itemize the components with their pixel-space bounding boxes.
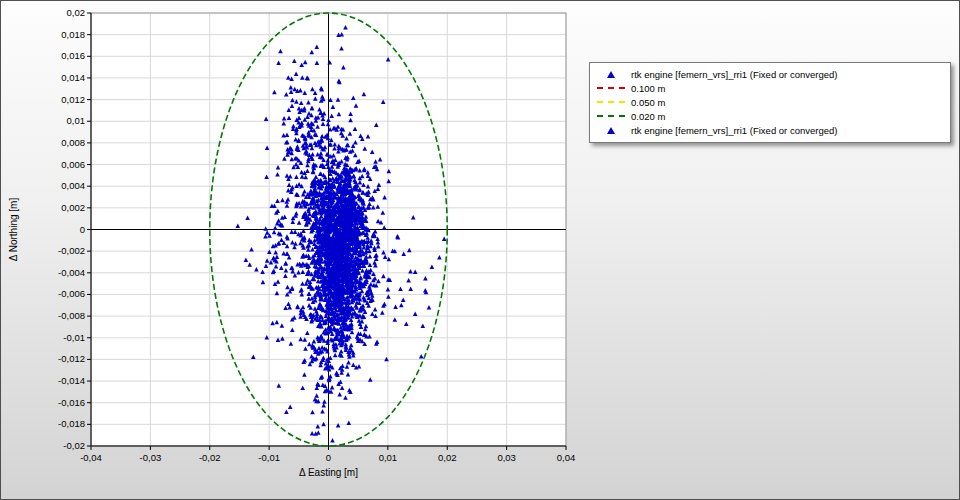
x-tick-label: 0,01 <box>379 452 398 463</box>
application-window: -0,04-0,03-0,02-0,0100,010,020,030,040,0… <box>0 0 960 500</box>
chart-container: -0,04-0,03-0,02-0,0100,010,020,030,040,0… <box>1 1 581 500</box>
x-tick-label: 0,03 <box>497 452 516 463</box>
y-tick-label: 0,008 <box>61 137 85 148</box>
legend-item-label: rtk engine [femern_vrs]_rri1 (Fixed or c… <box>631 125 837 136</box>
y-tick-label: 0,006 <box>61 159 85 170</box>
legend-item[interactable]: 0.100 m <box>594 81 946 95</box>
y-tick-label: 0,012 <box>61 94 85 105</box>
y-tick-label: 0 <box>80 224 85 235</box>
y-axis-title: Δ Northing [m] <box>8 198 19 262</box>
y-tick-label: 0,02 <box>67 7 86 18</box>
x-tick-label: -0,04 <box>80 452 102 463</box>
y-tick-label: 0,004 <box>61 180 85 191</box>
triangle-marker-icon <box>594 127 628 134</box>
dashed-line-icon <box>594 115 628 117</box>
legend-item[interactable]: rtk engine [femern_vrs]_rri1 (Fixed or c… <box>594 123 946 137</box>
y-tick-label: 0,018 <box>61 29 85 40</box>
legend-item[interactable]: 0.020 m <box>594 109 946 123</box>
y-tick-label: -0,018 <box>58 418 85 429</box>
legend-item[interactable]: rtk engine [femern_vrs]_rri1 (Fixed or c… <box>594 67 946 81</box>
legend-item[interactable]: 0.050 m <box>594 95 946 109</box>
scatter-plot[interactable]: -0,04-0,03-0,02-0,0100,010,020,030,040,0… <box>1 1 581 500</box>
y-tick-label: 0,002 <box>61 202 85 213</box>
x-axis-title: Δ Easting [m] <box>299 467 358 478</box>
dashed-line-icon <box>594 87 628 89</box>
y-tick-label: -0,006 <box>58 288 85 299</box>
y-tick-label: -0,008 <box>58 310 85 321</box>
y-tick-label: -0,012 <box>58 353 85 364</box>
y-tick-label: -0,01 <box>63 332 85 343</box>
x-tick-label: -0,02 <box>199 452 221 463</box>
triangle-marker-icon <box>594 71 628 78</box>
y-tick-label: 0,01 <box>67 115 86 126</box>
y-tick-label: -0,014 <box>58 375 85 386</box>
x-tick-label: -0,01 <box>258 452 280 463</box>
y-tick-label: 0,016 <box>61 50 85 61</box>
dashed-line-icon <box>594 101 628 103</box>
x-tick-label: 0,02 <box>438 452 457 463</box>
y-tick-label: -0,002 <box>58 245 85 256</box>
x-tick-label: 0,04 <box>557 452 576 463</box>
y-tick-label: -0,004 <box>58 267 85 278</box>
x-tick-label: 0 <box>326 452 331 463</box>
legend-item-label: 0.050 m <box>631 97 665 108</box>
legend-item-label: 0.020 m <box>631 111 665 122</box>
legend-item-label: 0.100 m <box>631 83 665 94</box>
y-tick-label: -0,02 <box>63 440 85 451</box>
y-tick-label: 0,014 <box>61 72 85 83</box>
legend-item-label: rtk engine [femern_vrs]_rri1 (Fixed or c… <box>631 69 837 80</box>
x-tick-label: -0,03 <box>140 452 162 463</box>
y-tick-label: -0,016 <box>58 397 85 408</box>
legend: rtk engine [femern_vrs]_rri1 (Fixed or c… <box>589 62 951 143</box>
